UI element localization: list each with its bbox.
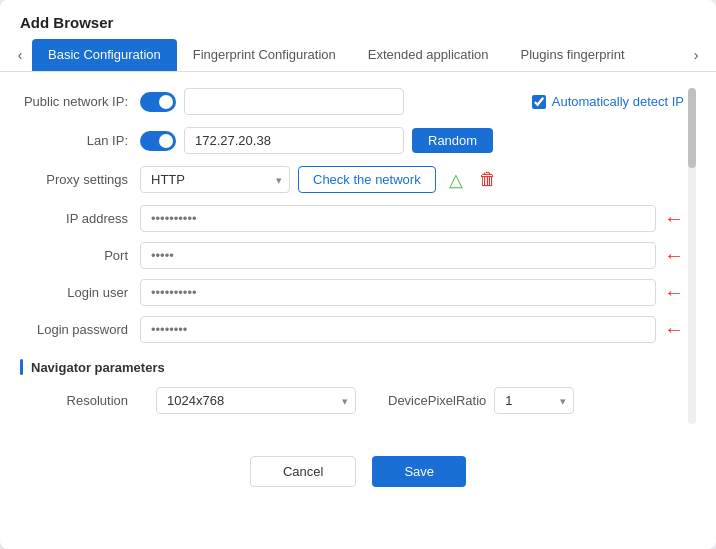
login-password-input[interactable] [140, 316, 656, 343]
check-network-button[interactable]: Check the network [298, 166, 436, 193]
save-button[interactable]: Save [372, 456, 466, 487]
resolution-select[interactable]: 1024x768 1280x720 1920x1080 2560x1440 [156, 387, 356, 414]
modal-footer: Cancel Save [0, 440, 716, 507]
resolution-select-wrapper: 1024x768 1280x720 1920x1080 2560x1440 [156, 387, 356, 414]
port-arrow-icon: ← [664, 244, 684, 267]
port-input[interactable] [140, 242, 656, 269]
auto-detect-label: Automatically detect IP [552, 94, 684, 109]
port-label: Port [20, 248, 140, 263]
login-user-input[interactable] [140, 279, 656, 306]
proxy-type-select[interactable]: HTTP HTTPS SOCKS5 [140, 166, 290, 193]
resolution-row: Resolution 1024x768 1280x720 1920x1080 2… [20, 387, 684, 414]
scrollbar-thumb[interactable] [688, 88, 696, 168]
proxy-settings-row: Proxy settings HTTP HTTPS SOCKS5 Check t… [20, 166, 684, 193]
login-password-input-wrap: ← [140, 316, 684, 343]
public-network-ip-control: Automatically detect IP [140, 88, 684, 115]
tab-list: Basic Configuration Fingerprint Configur… [32, 39, 684, 71]
login-password-label: Login password [20, 322, 140, 337]
login-user-arrow-icon: ← [664, 281, 684, 304]
random-button[interactable]: Random [412, 128, 493, 153]
navigator-section-title: Navigator parameters [31, 360, 165, 375]
proxy-settings-control: HTTP HTTPS SOCKS5 Check the network △ 🗑 [140, 166, 684, 193]
lan-ip-control: Random [140, 127, 684, 154]
navigator-section-header: Navigator parameters [20, 359, 684, 375]
public-network-ip-label: Public network IP: [20, 94, 140, 109]
lan-ip-row: Lan IP: Random [20, 127, 684, 154]
add-browser-modal: Add Browser ‹ Basic Configuration Finger… [0, 0, 716, 549]
modal-title: Add Browser [0, 0, 716, 31]
tab-extended-application[interactable]: Extended application [352, 39, 505, 71]
port-input-wrap: ← [140, 242, 684, 269]
proxy-settings-label: Proxy settings [20, 172, 140, 187]
public-network-ip-row: Public network IP: Automatically detect … [20, 88, 684, 115]
login-password-row: Login password ← [20, 316, 684, 343]
ip-address-row: IP address ← [20, 205, 684, 232]
cancel-button[interactable]: Cancel [250, 456, 356, 487]
public-network-ip-toggle[interactable] [140, 92, 176, 112]
ip-address-label: IP address [20, 211, 140, 226]
resolution-label: Resolution [20, 393, 140, 408]
lan-ip-label: Lan IP: [20, 133, 140, 148]
port-row: Port ← [20, 242, 684, 269]
lan-ip-toggle[interactable] [140, 131, 176, 151]
auto-detect-checkbox[interactable] [532, 95, 546, 109]
login-user-input-wrap: ← [140, 279, 684, 306]
login-user-row: Login user ← [20, 279, 684, 306]
tab-plugins-fingerprint[interactable]: Plugins fingerprint [505, 39, 641, 71]
lan-ip-input[interactable] [184, 127, 404, 154]
copy-icon[interactable]: △ [444, 168, 468, 192]
form-area: Public network IP: Automatically detect … [20, 88, 684, 424]
dpr-select-wrapper: 1 2 3 [494, 387, 574, 414]
delete-icon[interactable]: 🗑 [476, 168, 500, 192]
login-user-label: Login user [20, 285, 140, 300]
tab-basic-configuration[interactable]: Basic Configuration [32, 39, 177, 71]
tab-fingerprint-configuration[interactable]: Fingerprint Configuration [177, 39, 352, 71]
public-network-ip-input[interactable] [184, 88, 404, 115]
proxy-select-wrapper: HTTP HTTPS SOCKS5 [140, 166, 290, 193]
tab-left-arrow[interactable]: ‹ [8, 39, 32, 71]
dpr-label: DevicePixelRatio [388, 393, 486, 408]
section-bar-icon [20, 359, 23, 375]
tab-right-arrow[interactable]: › [684, 39, 708, 71]
login-password-arrow-icon: ← [664, 318, 684, 341]
auto-detect-group: Automatically detect IP [532, 94, 684, 109]
ip-address-input[interactable] [140, 205, 656, 232]
scrollbar-track[interactable] [688, 88, 696, 424]
dpr-select[interactable]: 1 2 3 [494, 387, 574, 414]
ip-address-input-wrap: ← [140, 205, 684, 232]
dpr-group: DevicePixelRatio 1 2 3 [388, 387, 574, 414]
modal-body: Public network IP: Automatically detect … [0, 72, 716, 440]
ip-address-arrow-icon: ← [664, 207, 684, 230]
tab-bar: ‹ Basic Configuration Fingerprint Config… [0, 39, 716, 72]
